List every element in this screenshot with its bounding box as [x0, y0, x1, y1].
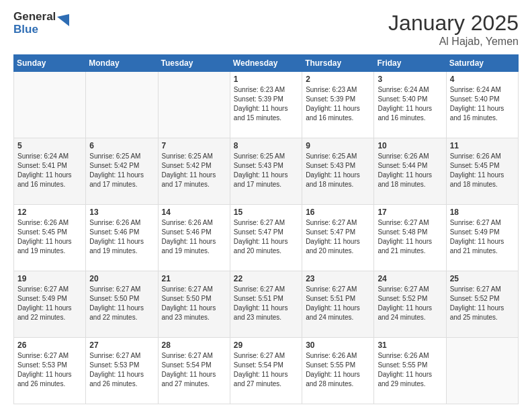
day-number: 17: [378, 208, 442, 217]
page: General Blue January 2025 Al Hajab, Yeme…: [0, 0, 532, 411]
logo-triangle-icon: [57, 14, 69, 29]
day-number: 16: [306, 208, 370, 217]
table-row: 31Sunrise: 6:26 AMSunset: 5:55 PMDayligh…: [374, 338, 446, 404]
day-info: Sunrise: 6:25 AMSunset: 5:42 PMDaylight:…: [89, 152, 154, 189]
col-thursday: Thursday: [302, 55, 374, 72]
calendar-week-row: 19Sunrise: 6:27 AMSunset: 5:49 PMDayligh…: [14, 271, 519, 338]
day-number: 29: [234, 340, 298, 350]
table-row: 15Sunrise: 6:27 AMSunset: 5:47 PMDayligh…: [230, 205, 302, 271]
day-info: Sunrise: 6:27 AMSunset: 5:48 PMDaylight:…: [378, 218, 442, 256]
col-sunday: Sunday: [14, 55, 86, 72]
col-tuesday: Tuesday: [158, 55, 230, 72]
day-info: Sunrise: 6:24 AMSunset: 5:40 PMDaylight:…: [378, 85, 442, 123]
table-row: 9Sunrise: 6:25 AMSunset: 5:43 PMDaylight…: [302, 138, 374, 205]
col-friday: Friday: [374, 55, 446, 72]
calendar-table: Sunday Monday Tuesday Wednesday Thursday…: [13, 54, 519, 404]
calendar-week-row: 26Sunrise: 6:27 AMSunset: 5:53 PMDayligh…: [14, 338, 519, 404]
day-info: Sunrise: 6:24 AMSunset: 5:41 PMDaylight:…: [17, 152, 82, 189]
col-saturday: Saturday: [446, 55, 518, 72]
day-info: Sunrise: 6:25 AMSunset: 5:42 PMDaylight:…: [162, 152, 226, 189]
calendar-location: Al Hajab, Yemen: [388, 36, 519, 48]
day-info: Sunrise: 6:26 AMSunset: 5:55 PMDaylight:…: [378, 351, 442, 389]
day-info: Sunrise: 6:23 AMSunset: 5:39 PMDaylight:…: [234, 85, 298, 123]
table-row: 28Sunrise: 6:27 AMSunset: 5:54 PMDayligh…: [158, 338, 230, 404]
day-number: 31: [378, 340, 442, 350]
table-row: 30Sunrise: 6:26 AMSunset: 5:55 PMDayligh…: [302, 338, 374, 404]
day-info: Sunrise: 6:27 AMSunset: 5:54 PMDaylight:…: [234, 351, 298, 389]
day-number: 9: [306, 141, 370, 150]
day-info: Sunrise: 6:26 AMSunset: 5:55 PMDaylight:…: [306, 351, 370, 389]
day-number: 25: [450, 274, 515, 283]
day-number: 18: [450, 208, 515, 217]
day-info: Sunrise: 6:27 AMSunset: 5:49 PMDaylight:…: [450, 218, 515, 256]
day-number: 5: [17, 141, 82, 150]
day-number: 26: [17, 340, 82, 350]
day-info: Sunrise: 6:25 AMSunset: 5:43 PMDaylight:…: [306, 152, 370, 189]
day-info: Sunrise: 6:27 AMSunset: 5:47 PMDaylight:…: [234, 218, 298, 256]
col-monday: Monday: [86, 55, 158, 72]
title-block: January 2025 Al Hajab, Yemen: [388, 11, 519, 48]
calendar-week-row: 1Sunrise: 6:23 AMSunset: 5:39 PMDaylight…: [14, 72, 519, 138]
day-number: 3: [378, 75, 442, 84]
table-row: [158, 72, 230, 138]
day-number: 28: [162, 340, 226, 350]
day-number: 6: [89, 141, 154, 150]
table-row: 4Sunrise: 6:24 AMSunset: 5:40 PMDaylight…: [446, 72, 518, 138]
calendar-week-row: 5Sunrise: 6:24 AMSunset: 5:41 PMDaylight…: [14, 138, 519, 205]
day-info: Sunrise: 6:27 AMSunset: 5:50 PMDaylight:…: [89, 285, 154, 322]
table-row: 12Sunrise: 6:26 AMSunset: 5:45 PMDayligh…: [14, 205, 86, 271]
table-row: 10Sunrise: 6:26 AMSunset: 5:44 PMDayligh…: [374, 138, 446, 205]
table-row: 17Sunrise: 6:27 AMSunset: 5:48 PMDayligh…: [374, 205, 446, 271]
day-info: Sunrise: 6:26 AMSunset: 5:45 PMDaylight:…: [450, 152, 515, 189]
table-row: 22Sunrise: 6:27 AMSunset: 5:51 PMDayligh…: [230, 271, 302, 338]
day-number: 21: [162, 274, 226, 283]
table-row: 3Sunrise: 6:24 AMSunset: 5:40 PMDaylight…: [374, 72, 446, 138]
table-row: [446, 338, 518, 404]
day-number: 2: [306, 75, 370, 84]
day-number: 22: [234, 274, 298, 283]
day-number: 24: [378, 274, 442, 283]
day-number: 11: [450, 141, 515, 150]
day-number: 19: [17, 274, 82, 283]
table-row: 8Sunrise: 6:25 AMSunset: 5:43 PMDaylight…: [230, 138, 302, 205]
col-wednesday: Wednesday: [230, 55, 302, 72]
table-row: 29Sunrise: 6:27 AMSunset: 5:54 PMDayligh…: [230, 338, 302, 404]
header: General Blue January 2025 Al Hajab, Yeme…: [13, 11, 519, 48]
day-number: 15: [234, 208, 298, 217]
table-row: 7Sunrise: 6:25 AMSunset: 5:42 PMDaylight…: [158, 138, 230, 205]
day-info: Sunrise: 6:27 AMSunset: 5:49 PMDaylight:…: [17, 285, 82, 322]
calendar-title: January 2025: [388, 11, 519, 36]
day-number: 1: [234, 75, 298, 84]
day-number: 27: [89, 340, 154, 350]
table-row: 23Sunrise: 6:27 AMSunset: 5:51 PMDayligh…: [302, 271, 374, 338]
calendar-header-row: Sunday Monday Tuesday Wednesday Thursday…: [14, 55, 519, 72]
day-info: Sunrise: 6:27 AMSunset: 5:51 PMDaylight:…: [234, 285, 298, 322]
day-info: Sunrise: 6:26 AMSunset: 5:44 PMDaylight:…: [378, 152, 442, 189]
day-info: Sunrise: 6:25 AMSunset: 5:43 PMDaylight:…: [234, 152, 298, 189]
svg-marker-0: [57, 14, 69, 26]
day-number: 13: [89, 208, 154, 217]
day-info: Sunrise: 6:27 AMSunset: 5:52 PMDaylight:…: [450, 285, 515, 322]
day-info: Sunrise: 6:24 AMSunset: 5:40 PMDaylight:…: [450, 85, 515, 123]
logo-text: General Blue: [13, 11, 56, 36]
calendar-week-row: 12Sunrise: 6:26 AMSunset: 5:45 PMDayligh…: [14, 205, 519, 271]
day-number: 7: [162, 141, 226, 150]
table-row: 6Sunrise: 6:25 AMSunset: 5:42 PMDaylight…: [86, 138, 158, 205]
day-number: 4: [450, 75, 515, 84]
logo: General Blue: [13, 11, 69, 36]
day-number: 10: [378, 141, 442, 150]
table-row: 14Sunrise: 6:26 AMSunset: 5:46 PMDayligh…: [158, 205, 230, 271]
table-row: 24Sunrise: 6:27 AMSunset: 5:52 PMDayligh…: [374, 271, 446, 338]
table-row: 18Sunrise: 6:27 AMSunset: 5:49 PMDayligh…: [446, 205, 518, 271]
logo-blue: Blue: [13, 24, 56, 36]
day-info: Sunrise: 6:23 AMSunset: 5:39 PMDaylight:…: [306, 85, 370, 123]
table-row: 16Sunrise: 6:27 AMSunset: 5:47 PMDayligh…: [302, 205, 374, 271]
table-row: 26Sunrise: 6:27 AMSunset: 5:53 PMDayligh…: [14, 338, 86, 404]
table-row: [14, 72, 86, 138]
day-info: Sunrise: 6:27 AMSunset: 5:52 PMDaylight:…: [378, 285, 442, 322]
logo-general: General: [13, 11, 56, 24]
table-row: [86, 72, 158, 138]
day-info: Sunrise: 6:27 AMSunset: 5:53 PMDaylight:…: [17, 351, 82, 389]
day-info: Sunrise: 6:27 AMSunset: 5:51 PMDaylight:…: [306, 285, 370, 322]
day-number: 14: [162, 208, 226, 217]
